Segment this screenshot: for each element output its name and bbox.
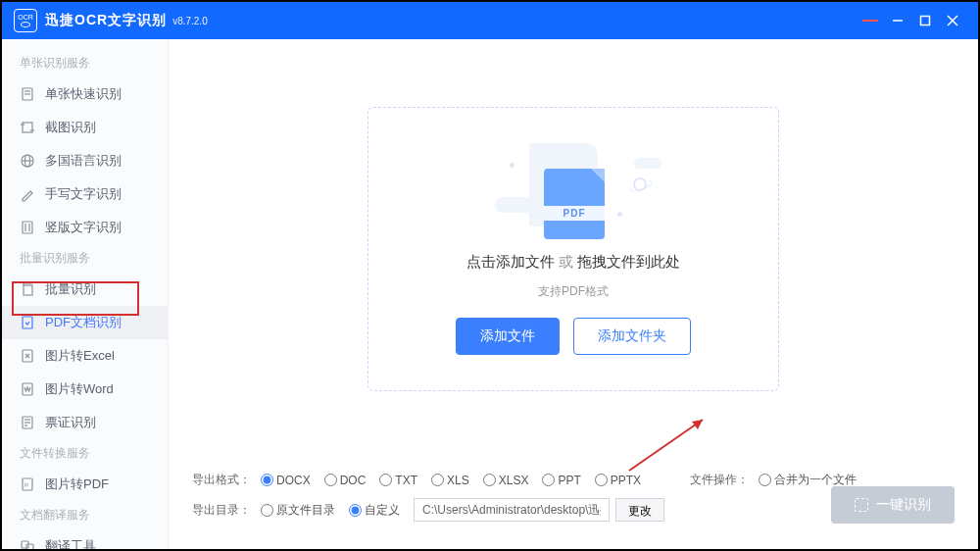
sidebar-item-handwriting[interactable]: 手写文字识别 [2,177,168,211]
recognize-button[interactable]: 一键识别 [831,486,955,524]
change-path-button[interactable]: 更改 [615,498,664,522]
pen-icon [20,186,35,202]
svg-rect-17 [23,317,32,328]
dir-original-radio[interactable]: 原文件目录 [261,502,335,519]
sidebar-section-single: 单张识别服务 [2,49,168,77]
minimize-button[interactable] [884,7,911,34]
options-bar: 导出格式： DOCX DOC TXT XLS XLSX PPT PPTX 文件操… [169,458,978,549]
file-op-label: 文件操作： [690,472,749,488]
excel-icon [20,348,35,364]
translate-icon [20,538,35,551]
sidebar-item-translate[interactable]: 翻译工具 [2,529,168,551]
format-radio-xlsx[interactable]: XLSX [483,474,529,487]
svg-rect-19 [23,383,32,395]
add-folder-button[interactable]: 添加文件夹 [573,318,691,355]
sidebar: 单张识别服务 单张快速识别 截图识别 多国语言识别 手写文字识别 竖版文字识别 … [2,39,169,549]
menu-indicator-icon[interactable] [857,7,884,34]
sidebar-item-img-excel[interactable]: 图片转Excel [2,339,168,373]
receipt-icon [20,415,35,430]
sidebar-section-translate: 文档翻译服务 [2,501,168,529]
globe-icon [20,153,35,169]
format-radio-xls[interactable]: XLS [431,474,469,487]
sidebar-item-receipt[interactable]: 票证识别 [2,406,168,439]
app-title: 迅捷OCR文字识别 [45,12,167,29]
sidebar-item-img-pdf[interactable]: P图片转PDF [2,468,168,501]
scan-icon [855,498,868,512]
app-logo-icon: OCR [14,9,37,32]
doc-icon [20,86,35,102]
sidebar-section-convert: 文件转换服务 [2,439,168,468]
svg-rect-1 [921,17,930,25]
format-radio-txt[interactable]: TXT [379,474,417,487]
format-radio-pptx[interactable]: PPTX [595,474,641,487]
export-format-label: 导出格式： [192,472,251,488]
format-radio-docx[interactable]: DOCX [261,474,311,487]
dir-custom-radio[interactable]: 自定义 [349,502,400,519]
drop-subtitle: 支持PDF格式 [538,283,609,300]
pdf-icon [20,315,35,330]
word-icon [20,381,35,397]
sidebar-item-img-word[interactable]: 图片转Word [2,373,168,406]
sidebar-item-single-quick[interactable]: 单张快速识别 [2,77,168,111]
sidebar-section-batch: 批量识别服务 [2,244,168,273]
export-dir-label: 导出目录： [192,502,251,519]
topdf-icon: P [20,476,35,492]
crop-icon [20,120,35,135]
add-file-button[interactable]: 添加文件 [456,318,560,355]
sidebar-item-screenshot[interactable]: 截图识别 [2,111,168,144]
vertical-text-icon [20,220,35,235]
svg-text:P: P [24,482,28,488]
pdf-illustration-icon: PDF [495,143,652,241]
sidebar-item-vertical[interactable]: 竖版文字识别 [2,211,168,244]
titlebar: OCR 迅捷OCR文字识别 v8.7.2.0 [2,2,978,39]
drop-zone[interactable]: PDF 点击添加文件或拖拽文件到此处 支持PDF格式 添加文件 添加文件夹 [368,107,779,391]
svg-rect-13 [23,222,32,233]
annotation-highlight-box [12,281,139,316]
content-area: PDF 点击添加文件或拖拽文件到此处 支持PDF格式 添加文件 添加文件夹 导出… [169,39,978,549]
format-radio-ppt[interactable]: PPT [542,474,580,487]
export-path-input[interactable] [414,498,610,522]
drop-title: 点击添加文件或拖拽文件到此处 [466,253,680,272]
app-version: v8.7.2.0 [172,16,208,26]
maximize-button[interactable] [911,7,939,34]
format-radio-doc[interactable]: DOC [324,474,367,487]
close-button[interactable] [939,7,966,34]
sidebar-item-multilang[interactable]: 多国语言识别 [2,144,168,177]
